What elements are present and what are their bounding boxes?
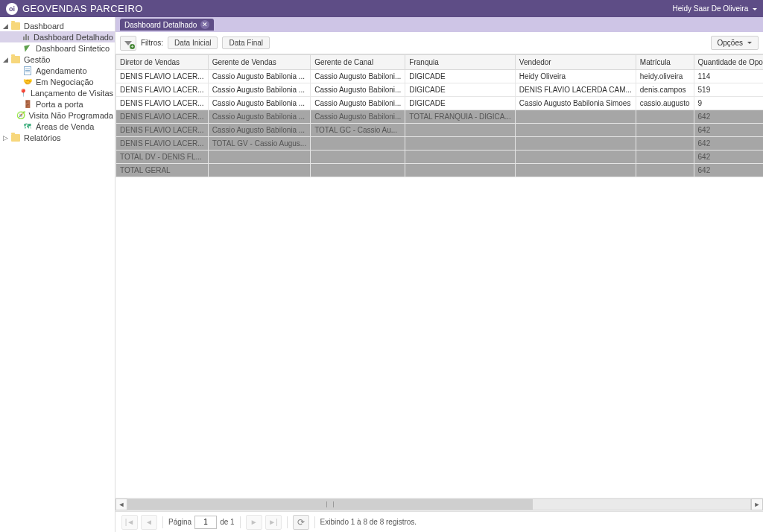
chart-icon [22, 44, 33, 53]
sidebar-item-dashboard-detalhado[interactable]: Dashboard Detalhado [0, 31, 115, 42]
toolbar: + Filtros: Data Inicial Data Final Opçõe… [115, 32, 763, 54]
column-header[interactable]: Matrícula [636, 55, 694, 70]
folder-icon [10, 22, 21, 31]
table-cell: DIGICADE [405, 83, 516, 97]
sidebar-item-lan-amento-de-visitas[interactable]: 📍Lançamento de Visitas [0, 87, 115, 98]
options-button[interactable]: Opções [711, 36, 759, 50]
sidebar-item-label: Gestão [24, 55, 50, 64]
grid-scroll[interactable]: Diretor de VendasGerente de VendasGerent… [115, 54, 763, 498]
sidebar-item-label: Em Negociação [36, 77, 94, 86]
table-cell: heidy.oliveira [636, 70, 694, 83]
date-initial-button[interactable]: Data Inicial [168, 37, 218, 49]
table-row[interactable]: DENIS FLAVIO LACER...Cassio Augusto Babi… [116, 70, 764, 83]
sidebar-item-dashboard-sintetico[interactable]: Dashboard Sintetico [0, 42, 115, 54]
table-cell [636, 137, 694, 151]
scroll-left-icon[interactable]: ◄ [115, 498, 127, 510]
table-cell: TOTAL DV - DENIS FL... [116, 151, 209, 164]
table-row[interactable]: DENIS FLAVIO LACER...Cassio Augusto Babi… [116, 97, 764, 110]
sidebar-item-agendamento[interactable]: Agendamento [0, 65, 115, 76]
prev-page-button[interactable]: ◄ [141, 515, 157, 530]
table-row[interactable]: DENIS FLAVIO LACER...Cassio Augusto Babi… [116, 110, 764, 124]
scroll-track[interactable] [127, 498, 751, 510]
table-cell: DENIS FLAVIO LACER... [116, 124, 209, 137]
page-input[interactable] [194, 516, 217, 529]
sidebar-item-label: Dashboard Detalhado [34, 33, 113, 42]
table-cell: Cassio Augusto Babiloni... [311, 110, 405, 124]
table-cell: Cassio Augusto Babilonia ... [208, 97, 311, 110]
table-cell: Cassio Augusto Babilonia ... [208, 70, 311, 83]
table-cell: Cassio Augusto Babiloni... [311, 83, 405, 97]
column-header[interactable]: Franquia [405, 55, 516, 70]
table-row[interactable]: DENIS FLAVIO LACER...Cassio Augusto Babi… [116, 83, 764, 97]
refresh-button[interactable]: ⟳ [293, 515, 309, 530]
toolbar-left: + Filtros: Data Inicial Data Final [120, 36, 270, 51]
table-cell [636, 151, 694, 164]
header-left: oi GEOVENDAS PARCEIRO [6, 3, 143, 15]
sidebar-item-label: Porta a porta [36, 100, 83, 109]
sidebar-item-label: Dashboard Sintetico [36, 44, 110, 53]
table-cell: TOTAL GV - Cassio Augus... [208, 137, 311, 151]
sidebar-item--reas-de-venda[interactable]: 🗺Áreas de Venda [0, 121, 115, 132]
column-header[interactable]: Gerente de Vendas [208, 55, 311, 70]
table-cell [311, 164, 405, 177]
table-cell: DIGICADE [405, 70, 516, 83]
sidebar-item-label: Agendamento [36, 66, 87, 75]
caret-down-icon [753, 8, 757, 10]
column-header[interactable]: Diretor de Vendas [116, 55, 209, 70]
sidebar-item-gest-o[interactable]: ◢Gestão [0, 54, 115, 65]
tab-dashboard-detalhado[interactable]: Dashboard Detalhado ✕ [120, 19, 214, 31]
table-cell: 642 [694, 151, 763, 164]
document-icon [22, 66, 33, 75]
table-cell: Cassio Augusto Babilonia Simoes [515, 97, 636, 110]
sidebar-item-visita-n-o-programada[interactable]: 🧭Visita Não Programada [0, 110, 115, 121]
last-page-button[interactable]: ►| [265, 515, 282, 530]
sidebar-item-dashboard[interactable]: ◢Dashboard [0, 20, 115, 31]
folder-icon [10, 133, 21, 142]
sidebar-item-em-negocia-o[interactable]: 🤝Em Negociação [0, 76, 115, 87]
column-header[interactable]: Gerente de Canal [311, 55, 405, 70]
table-cell: 519 [694, 83, 763, 97]
table-cell: DENIS FLAVIO LACERDA CAM... [515, 83, 636, 97]
logo-icon: oi [6, 3, 18, 15]
column-header[interactable]: Vendedor [515, 55, 636, 70]
table-row[interactable]: DENIS FLAVIO LACER...Cassio Augusto Babi… [116, 124, 764, 137]
handshake-icon: 🤝 [22, 77, 33, 86]
table-row[interactable]: TOTAL GERAL642133 [116, 164, 764, 177]
table-row[interactable]: DENIS FLAVIO LACER...TOTAL GV - Cassio A… [116, 137, 764, 151]
bars-icon [22, 33, 31, 42]
close-icon[interactable]: ✕ [200, 20, 209, 29]
table-cell: 642 [694, 164, 763, 177]
navigation-icon: 🧭 [16, 111, 25, 120]
table-cell: 642 [694, 110, 763, 124]
filters-label: Filtros: [141, 39, 163, 47]
pager-separator [314, 516, 315, 528]
scroll-right-icon[interactable]: ► [751, 498, 763, 510]
sidebar-item-porta-a-porta[interactable]: 🚪Porta a porta [0, 98, 115, 110]
sidebar-item-relat-rios[interactable]: ▷Relatórios [0, 132, 115, 143]
table-cell [311, 151, 405, 164]
table-cell [515, 124, 636, 137]
first-page-button[interactable]: |◄ [121, 515, 138, 530]
user-menu[interactable]: Heidy Saar De Oliveira [673, 4, 758, 13]
table-cell [636, 124, 694, 137]
horizontal-scrollbar[interactable]: ◄ ► [115, 498, 763, 511]
column-header[interactable]: Quantidade de Oportunidades [694, 55, 763, 70]
date-final-button[interactable]: Data Final [222, 37, 270, 49]
user-name: Heidy Saar De Oliveira [673, 4, 749, 13]
table-cell: DENIS FLAVIO LACER... [116, 97, 209, 110]
pin-icon: 📍 [19, 89, 28, 98]
table-cell [208, 151, 311, 164]
add-filter-button[interactable]: + [120, 36, 136, 51]
sidebar: ◢DashboardDashboard DetalhadoDashboard S… [0, 17, 115, 532]
pager-status: Exibindo 1 à 8 de 8 registros. [320, 518, 417, 526]
tab-title: Dashboard Detalhado [124, 21, 197, 29]
table-cell: TOTAL GC - Cassio Au... [311, 124, 405, 137]
table-cell [208, 164, 311, 177]
area-icon: 🗺 [22, 122, 33, 131]
next-page-button[interactable]: ► [246, 515, 262, 530]
scroll-thumb[interactable] [128, 499, 533, 510]
pager-separator [162, 516, 163, 528]
sidebar-item-label: Áreas de Venda [36, 122, 94, 131]
table-cell: 642 [694, 124, 763, 137]
table-row[interactable]: TOTAL DV - DENIS FL...642133 [116, 151, 764, 164]
